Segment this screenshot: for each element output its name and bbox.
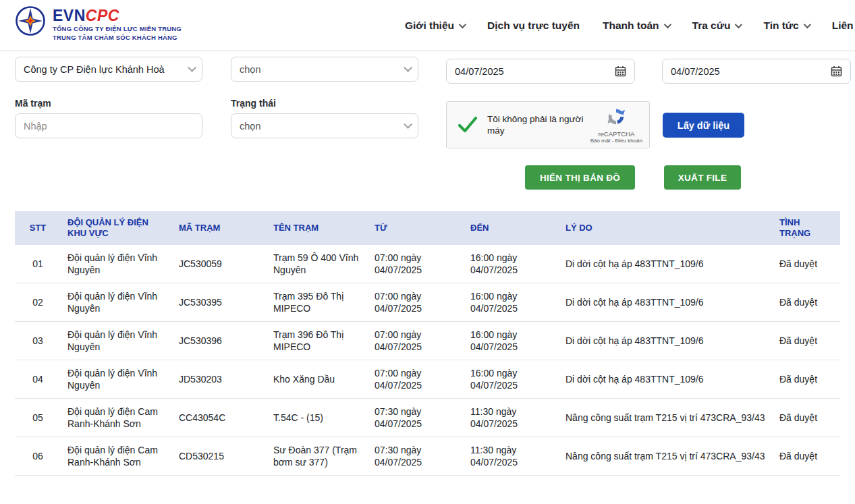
table-cell: 02 (15, 283, 61, 322)
status-label: Trạng thái (231, 98, 276, 109)
chevron-down-icon (404, 63, 412, 72)
table-cell: Đã duyệt (773, 245, 840, 283)
table-cell: Đội quản lý điện Vĩnh Nguyên (61, 245, 172, 283)
table-cell: Đội quản lý điện Vĩnh Nguyên (61, 283, 172, 322)
table-cell: 16:00 ngày 04/07/2025 (464, 245, 559, 283)
chevron-down-icon (459, 20, 466, 28)
show-map-button[interactable]: HIỂN THỊ BẢN ĐỒ (525, 165, 635, 190)
nav-item-tra-cuu[interactable]: Tra cứu (692, 20, 741, 32)
table-cell: CC43054C (172, 399, 267, 437)
recaptcha-brand-label: reCAPTCHA (590, 130, 642, 138)
table-cell: T.54C - (15) (267, 399, 368, 437)
brand[interactable]: EVNCPC TỔNG CÔNG TY ĐIỆN LỰC MIỀN TRUNG … (15, 5, 182, 42)
checkmark-icon[interactable] (458, 115, 478, 134)
column-header: TÌNH TRẠNG (773, 211, 840, 245)
table-cell: 07:30 ngày 04/07/2025 (368, 437, 464, 476)
column-header: MÃ TRẠM (172, 211, 267, 245)
brand-name: EVNCPC (53, 7, 182, 24)
chevron-down-icon (404, 120, 412, 129)
nav-item-thanh-toan[interactable]: Thanh toán (603, 20, 669, 32)
table-cell: Đã duyệt (773, 399, 840, 437)
table-cell: Đã duyệt (773, 360, 840, 399)
nav-item-lien-he[interactable]: Liên hệ (832, 20, 855, 32)
table-cell: Trạm 396 Đô Thị MIPECO (267, 322, 368, 360)
table-cell: 03 (15, 322, 61, 360)
brand-subtitle-1: TỔNG CÔNG TY ĐIỆN LỰC MIỀN TRUNG (53, 24, 182, 33)
table-cell: Kho Xăng Dầu (267, 360, 368, 399)
station-code-input[interactable]: Nhập (15, 113, 202, 138)
chevron-down-icon (803, 20, 810, 28)
chevron-down-icon (663, 20, 671, 28)
page: EVNCPC TỔNG CÔNG TY ĐIỆN LỰC MIỀN TRUNG … (0, 0, 855, 504)
main-nav: Giới thiệu Dịch vụ trực tuyến Thanh toán… (405, 0, 855, 51)
table-cell: 07:00 ngày 04/07/2025 (368, 245, 464, 283)
table-cell: 07:00 ngày 04/07/2025 (368, 360, 464, 399)
column-header: TỪ (368, 211, 464, 245)
nav-item-dich-vu-truc-tuyen[interactable]: Dịch vụ trực tuyến (487, 20, 580, 32)
column-header: STT (15, 211, 61, 245)
table-cell: JC530059 (172, 245, 267, 283)
table-cell: Đội quản lý điện Vĩnh Nguyên (61, 360, 172, 399)
to-date-input[interactable]: 04/07/2025 (662, 59, 851, 84)
calendar-icon[interactable] (615, 65, 626, 77)
table-cell: 11:30 ngày 04/07/2025 (464, 399, 559, 437)
status-select[interactable]: chọn (231, 113, 418, 138)
column-header: LÝ DO (559, 211, 773, 245)
table-cell: 01 (15, 245, 61, 283)
column-header: ĐỘI QUẢN LÝ ĐIỆN KHU VỰC (61, 211, 172, 245)
company-select[interactable]: Công ty CP Điện lực Khánh Hoà (15, 57, 202, 82)
table-row: 06Đội quản lý điện Cam Ranh-Khánh SơnCD5… (15, 437, 840, 476)
column-header: TÊN TRẠM (267, 211, 368, 245)
table-cell: Đã duyệt (773, 322, 840, 360)
table-cell: CD530215 (172, 437, 267, 476)
fetch-data-button[interactable]: Lấy dữ liệu (663, 113, 744, 138)
table-cell: Di dời cột hạ áp 483TTNT_109/6 (559, 360, 773, 399)
table-cell: Đã duyệt (773, 437, 840, 476)
outage-table-wrap: STTĐỘI QUẢN LÝ ĐIỆN KHU VỰCMÃ TRẠMTÊN TR… (15, 211, 840, 476)
table-row: 02Đội quản lý điện Vĩnh NguyênJC530395Tr… (15, 283, 840, 322)
table-cell: Nâng công suất trạm T215 vị trí 473CRA_9… (559, 437, 773, 476)
table-row: 04Đội quản lý điện Vĩnh NguyênJD530203Kh… (15, 360, 840, 399)
table-cell: 04 (15, 360, 61, 399)
recaptcha-widget[interactable]: Tôi không phải là người máy reCAPTCHA Bả… (446, 101, 650, 148)
nav-item-tin-tuc[interactable]: Tin tức (763, 20, 808, 32)
table-cell: 07:30 ngày 04/07/2025 (368, 399, 464, 437)
table-cell: Sư Đoàn 377 (Trạm bơm sư 377) (267, 437, 368, 476)
recaptcha-text: Tôi không phải là người máy (487, 113, 588, 136)
area-select[interactable]: chọn (231, 57, 418, 82)
table-row: 01Đội quản lý điện Vĩnh NguyênJC530059Tr… (15, 245, 840, 283)
table-cell: 16:00 ngày 04/07/2025 (464, 283, 559, 322)
table-cell: 07:00 ngày 04/07/2025 (368, 322, 464, 360)
column-header: ĐẾN (464, 211, 559, 245)
table-cell: Trạm 59 Ô 400 Vĩnh Nguyên (267, 245, 368, 283)
table-header-row: STTĐỘI QUẢN LÝ ĐIỆN KHU VỰCMÃ TRẠMTÊN TR… (15, 211, 840, 245)
table-cell: Đội quản lý điện Cam Ranh-Khánh Sơn (61, 437, 172, 476)
nav-item-gioi-thieu[interactable]: Giới thiệu (405, 20, 464, 32)
table-cell: Di dời cột hạ áp 483TTNT_109/6 (559, 322, 773, 360)
export-file-button[interactable]: XUẤT FILE (664, 165, 741, 190)
table-cell: Di dời cột hạ áp 483TTNT_109/6 (559, 283, 773, 322)
table-cell: Đã duyệt (773, 283, 840, 322)
brand-subtitle-2: TRUNG TÂM CHĂM SÓC KHÁCH HÀNG (53, 33, 182, 42)
table-cell: 16:00 ngày 04/07/2025 (464, 360, 559, 399)
table-cell: 06 (15, 437, 61, 476)
table-cell: JC530396 (172, 322, 267, 360)
chevron-down-icon (188, 63, 196, 72)
table-cell: Đội quản lý điện Vĩnh Nguyên (61, 322, 172, 360)
table-cell: Đội quản lý điện Cam Ranh-Khánh Sơn (61, 399, 172, 437)
header-bar: EVNCPC TỔNG CÔNG TY ĐIỆN LỰC MIỀN TRUNG … (0, 0, 855, 51)
table-cell: JD530203 (172, 360, 267, 399)
evn-logo-icon (15, 5, 46, 36)
recaptcha-branding: reCAPTCHA Bảo mật - Điều khoản (590, 107, 642, 144)
recaptcha-icon (605, 107, 627, 127)
table-cell: 05 (15, 399, 61, 437)
from-date-input[interactable]: 04/07/2025 (446, 59, 635, 84)
table-cell: Di dời cột hạ áp 483TTNT_109/6 (559, 245, 773, 283)
table-row: 05Đội quản lý điện Cam Ranh-Khánh SơnCC4… (15, 399, 840, 437)
calendar-icon[interactable] (831, 65, 842, 77)
brand-text: EVNCPC TỔNG CÔNG TY ĐIỆN LỰC MIỀN TRUNG … (53, 5, 182, 42)
outage-table: STTĐỘI QUẢN LÝ ĐIỆN KHU VỰCMÃ TRẠMTÊN TR… (15, 211, 840, 476)
table-cell: 07:00 ngày 04/07/2025 (368, 283, 464, 322)
recaptcha-links[interactable]: Bảo mật - Điều khoản (590, 138, 642, 144)
station-code-label: Mã trạm (15, 98, 51, 109)
